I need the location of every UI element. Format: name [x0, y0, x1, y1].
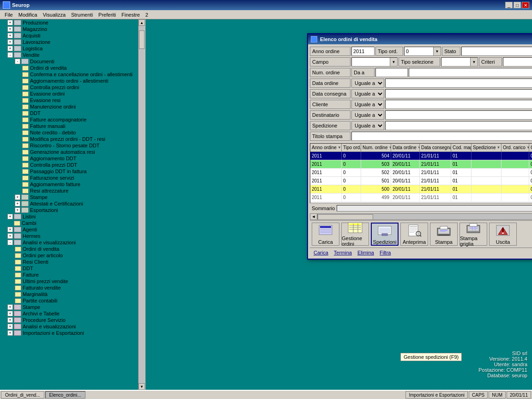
tipo-ord-dropdown-btn[interactable]: ▼	[433, 47, 441, 55]
stampa-griglia-button[interactable]: Stampa griglia	[459, 223, 487, 246]
action-termina[interactable]: Termina	[332, 250, 354, 255]
sidebar-item-stampe2[interactable]: + Stampe	[0, 304, 138, 310]
grid-row-0[interactable]: 2011 0 504 20/01/11 21/01/11 01 0000015	[310, 152, 532, 160]
cliente-select[interactable]: Uguale a	[351, 100, 384, 109]
carica-button[interactable]: Carica	[312, 223, 339, 246]
data-consegna-combo[interactable]: ▼	[385, 89, 532, 98]
col-spedizione[interactable]: Spedizione ▼	[472, 144, 502, 151]
num-ordine-from[interactable]	[375, 68, 408, 77]
data-consegna-select[interactable]: Uguale a	[351, 89, 384, 98]
sidebar-item-magazzino[interactable]: + Magazzino	[0, 26, 138, 32]
spedizione-combo[interactable]: ▼	[385, 121, 532, 130]
destinatario-select[interactable]: Uguale a	[351, 110, 384, 120]
h-scroll-left-btn[interactable]: ◄	[310, 213, 317, 220]
col-tipo-ord[interactable]: Tipo ord. ▼	[342, 144, 361, 151]
sidebar-item-esportazioni[interactable]: + Esportazioni	[0, 207, 138, 213]
sidebar-item-manutenzione[interactable]: Manutenzione ordini	[0, 103, 138, 110]
campo-combo[interactable]: ▼	[351, 57, 398, 66]
sidebar-item-agg-ddt[interactable]: Aggiornamento DDT	[0, 155, 138, 162]
sidebar-item-logistica[interactable]: + Logistica	[0, 45, 138, 52]
sidebar-item-partite[interactable]: Partite contabili	[0, 297, 138, 304]
col-data-ordine[interactable]: Data ordine ▼	[391, 144, 420, 151]
taskbar-ordini[interactable]: Ordini_di_vend...	[1, 391, 44, 399]
sidebar-item-listini[interactable]: + Listini	[0, 213, 138, 220]
sidebar-item-fatturato[interactable]: Fatturato vendite	[0, 284, 138, 291]
tipo-ord-combo[interactable]: 0 ▼	[404, 47, 441, 56]
cliente-combo[interactable]: ▼	[385, 100, 532, 109]
grid-row-3[interactable]: 2011 0 501 20/01/11 21/01/11 01 0000102	[310, 177, 532, 185]
sidebar-item-procedure[interactable]: + Procedure Servizio	[0, 317, 138, 323]
sidebar-item-hermes[interactable]: + Hermes	[0, 233, 138, 239]
spedizione-select[interactable]: Uguale a	[351, 121, 384, 130]
grid-row-4[interactable]: 2011 0 500 20/01/11 21/01/11 01 0000238	[310, 185, 532, 193]
minimize-button[interactable]: _	[505, 2, 513, 8]
col-ord-carico[interactable]: Ord. carico ▼	[502, 144, 529, 151]
stato-input[interactable]	[461, 47, 532, 56]
scroll-up-button[interactable]: ▲	[139, 19, 145, 26]
anno-ordine-input[interactable]	[351, 47, 375, 56]
scroll-down-button[interactable]: ▼	[139, 383, 145, 390]
menu-file[interactable]: File	[2, 11, 16, 18]
sidebar-item-ordini-art[interactable]: Ordini per articolo	[0, 252, 138, 259]
menu-strumenti[interactable]: Strumenti	[68, 11, 96, 18]
sidebar-item-fatture2[interactable]: Fatture	[0, 272, 138, 278]
spedizioni-button[interactable]: Spedizioni	[371, 223, 399, 246]
sidebar-item-ordini-vendita-1[interactable]: Ordini di vendita	[0, 65, 138, 71]
sidebar-item-ddt[interactable]: DDT	[0, 110, 138, 116]
menu-visualizza[interactable]: Visualizza	[40, 11, 68, 18]
sidebar-item-evasione-resi[interactable]: Evasione resi	[0, 97, 138, 103]
sidebar-item-ultimi-prezzi[interactable]: Ultimi prezzi vendite	[0, 278, 138, 284]
campo-dropdown-btn[interactable]: ▼	[390, 58, 397, 66]
sidebar-item-evasione-ordini[interactable]: Evasione ordini	[0, 91, 138, 97]
sidebar-item-analisi[interactable]: - Analisi e visualizzazioni	[0, 239, 138, 246]
sidebar-item-archivi[interactable]: + Archivi e Tabelle	[0, 310, 138, 317]
sidebar-item-fatt-serv[interactable]: Fatturazione servizi	[0, 175, 138, 181]
sidebar-item-agg-fatt[interactable]: Aggiornamento fatture	[0, 181, 138, 187]
grid-row-2[interactable]: 2011 0 502 20/01/11 21/01/11 01 0000026	[310, 169, 532, 177]
sidebar-item-acquisti[interactable]: + Acquisti	[0, 32, 138, 39]
sidebar-item-resi-clienti[interactable]: Resi Clienti	[0, 259, 138, 265]
data-ordine-combo[interactable]: ▼	[385, 79, 532, 88]
col-num-ordine[interactable]: Num. ordine ▼	[361, 144, 391, 151]
sidebar-item-documenti[interactable]: - Documenti	[0, 58, 138, 65]
sidebar-item-agenti[interactable]: + Agenti	[0, 226, 138, 233]
menu-finestre[interactable]: Finestre	[119, 11, 143, 18]
sidebar-item-cambi[interactable]: Cambi	[0, 220, 138, 226]
grid-row-5[interactable]: 2011 0 499 20/01/11 21/01/11 01 0000152	[310, 193, 532, 202]
sidebar-item-fatture-acc[interactable]: Fatture accompagnatorie	[0, 116, 138, 123]
tipo-sel-dropdown-btn[interactable]: ▼	[470, 58, 478, 66]
sidebar-item-aggiornamento-ordini[interactable]: Aggiornamento ordini - allestimenti	[0, 78, 138, 84]
col-cliente[interactable]: Cliente ▼	[529, 144, 532, 151]
sidebar-item-attestati[interactable]: + Attestati e Certificazioni	[0, 200, 138, 207]
sidebar-item-marginalita[interactable]: Marginalità	[0, 291, 138, 297]
menu-2[interactable]: 2	[143, 11, 151, 18]
sidebar-item-stampe[interactable]: + Stampe	[0, 194, 138, 200]
action-elimina[interactable]: Elimina	[356, 250, 376, 255]
action-carica[interactable]: Carica	[312, 250, 330, 255]
sidebar-item-importazioni[interactable]: + Importazioni e Esportazioni	[0, 330, 138, 336]
stampa-button[interactable]: Stampa	[430, 223, 458, 246]
uscita-button[interactable]: Uscita	[489, 223, 517, 246]
col-data-consegna[interactable]: Data consegna ▼	[420, 144, 451, 151]
anteprima-button[interactable]: Anteprima	[400, 223, 428, 246]
sidebar-item-ddt2[interactable]: DDT	[0, 265, 138, 272]
sidebar-item-analisi2[interactable]: + Analisi e visualizzazioni	[0, 323, 138, 330]
data-ordine-select[interactable]: Uguale a	[351, 79, 384, 88]
sidebar-item-fatture-man[interactable]: Fatture manuali	[0, 123, 138, 129]
col-anno-ordine[interactable]: Anno ordine ▼	[310, 144, 342, 151]
menu-modifica[interactable]: Modifica	[16, 11, 40, 18]
destinatario-combo[interactable]: ▼	[385, 110, 532, 120]
titolo-stampa-input[interactable]	[351, 132, 532, 141]
grid-row-1[interactable]: 2011 0 503 20/01/11 21/01/11 01 0000608	[310, 160, 532, 169]
sidebar-item-riscontro[interactable]: Riscontro - Storno pesate DDT	[0, 142, 138, 149]
sidebar-item-resi-attr[interactable]: Resi attrezzature	[0, 187, 138, 194]
scroll-thumb[interactable]	[139, 30, 145, 49]
sidebar-item-gen-aut[interactable]: Generazione automatica resi	[0, 149, 138, 155]
sidebar-item-modifica-prezzi[interactable]: Modifica prezzi ordini - DDT - resi	[0, 136, 138, 142]
tipo-sel-combo[interactable]: ▼	[441, 57, 478, 66]
sidebar-item-controlla-ddt[interactable]: Controlla prezzi DDT	[0, 162, 138, 168]
num-ordine-to[interactable]	[409, 68, 532, 77]
sidebar-item-produzione[interactable]: + Produzione	[0, 19, 138, 26]
sidebar-item-vendite[interactable]: - Vendite	[0, 52, 138, 58]
sidebar-item-ov2[interactable]: Ordini di vendita	[0, 246, 138, 252]
